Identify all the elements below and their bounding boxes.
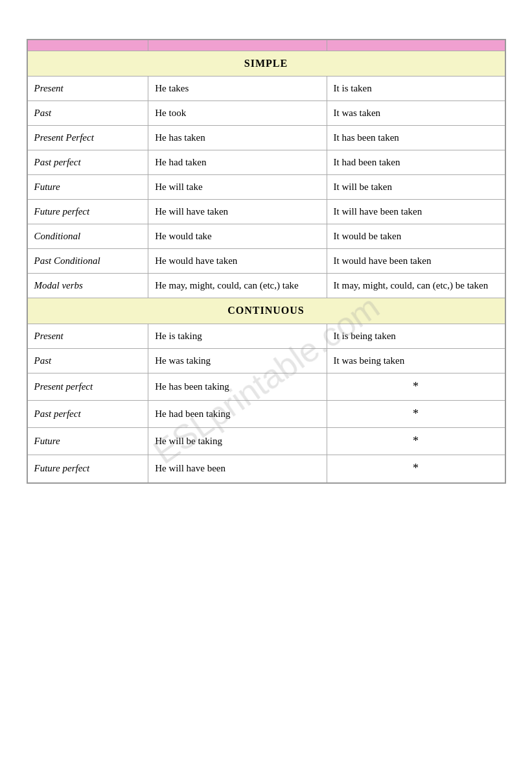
active-cell: He had taken [148, 150, 327, 175]
tense-cell: Present [27, 324, 148, 348]
active-cell: He will be taking [148, 428, 327, 455]
passive-cell: It was being taken [327, 348, 505, 373]
table-row: Past perfect He had been taking * [27, 400, 505, 427]
tense-cell: Past [27, 348, 148, 373]
passive-cell: It would be taken [327, 224, 505, 249]
table-row: Past He was taking It was being taken [27, 348, 505, 373]
grammar-table-wrapper: SIMPLE Present He takes It is taken Past… [27, 39, 506, 484]
table-row: Future perfect He will have been * [27, 455, 505, 483]
continuous-section-header: CONTINUOUS [27, 298, 505, 324]
simple-section-label: SIMPLE [27, 51, 505, 77]
tense-cell: Present Perfect [27, 126, 148, 150]
table-row: Future He will be taking * [27, 428, 505, 455]
passive-cell: * [327, 455, 505, 483]
passive-cell: It is being taken [327, 324, 505, 348]
tense-cell: Future [27, 175, 148, 200]
continuous-section-label: CONTINUOUS [27, 298, 505, 324]
table-row: Past He took It was taken [27, 101, 505, 126]
passive-cell: * [327, 428, 505, 455]
active-cell: He has been taking [148, 373, 327, 400]
passive-cell: It will have been taken [327, 200, 505, 224]
active-cell: He had been taking [148, 400, 327, 427]
table-row: Past Conditional He would have taken It … [27, 249, 505, 274]
tense-cell: Future [27, 428, 148, 455]
tense-cell: Past [27, 101, 148, 126]
simple-section-header: SIMPLE [27, 51, 505, 77]
table-row: Past perfect He had taken It had been ta… [27, 150, 505, 175]
tense-header [27, 40, 148, 51]
table-row: Present perfect He has been taking * [27, 373, 505, 400]
passive-cell: It is taken [327, 77, 505, 101]
active-cell: He may, might, could, can (etc,) take [148, 274, 327, 298]
tense-cell: Modal verbs [27, 274, 148, 298]
tense-cell: Conditional [27, 224, 148, 249]
passive-cell: * [327, 400, 505, 427]
active-cell: He takes [148, 77, 327, 101]
passive-cell: It has been taken [327, 126, 505, 150]
table-row: Present Perfect He has taken It has been… [27, 126, 505, 150]
active-cell: He will have taken [148, 200, 327, 224]
active-header [148, 40, 327, 51]
active-cell: He would have taken [148, 249, 327, 274]
table-row: Conditional He would take It would be ta… [27, 224, 505, 249]
passive-cell: * [327, 373, 505, 400]
table-row: Future perfect He will have taken It wil… [27, 200, 505, 224]
active-cell: He is taking [148, 324, 327, 348]
tense-cell: Past Conditional [27, 249, 148, 274]
tense-cell: Future perfect [27, 455, 148, 483]
active-cell: He will have been [148, 455, 327, 483]
passive-cell: It may, might, could, can (etc,) be take… [327, 274, 505, 298]
tense-cell: Present [27, 77, 148, 101]
grammar-table: SIMPLE Present He takes It is taken Past… [27, 39, 506, 484]
tense-cell: Past perfect [27, 400, 148, 427]
table-row: Present He takes It is taken [27, 77, 505, 101]
table-row: Modal verbs He may, might, could, can (e… [27, 274, 505, 298]
tense-cell: Present perfect [27, 373, 148, 400]
active-cell: He would take [148, 224, 327, 249]
passive-cell: It would have been taken [327, 249, 505, 274]
passive-cell: It was taken [327, 101, 505, 126]
passive-cell: It had been taken [327, 150, 505, 175]
passive-header [327, 40, 505, 51]
table-row: Future He will take It will be taken [27, 175, 505, 200]
active-cell: He took [148, 101, 327, 126]
tense-cell: Past perfect [27, 150, 148, 175]
table-row: Present He is taking It is being taken [27, 324, 505, 348]
passive-cell: It will be taken [327, 175, 505, 200]
active-cell: He was taking [148, 348, 327, 373]
table-body: SIMPLE Present He takes It is taken Past… [27, 51, 505, 483]
active-cell: He has taken [148, 126, 327, 150]
table-header-row [27, 40, 505, 51]
active-cell: He will take [148, 175, 327, 200]
tense-cell: Future perfect [27, 200, 148, 224]
